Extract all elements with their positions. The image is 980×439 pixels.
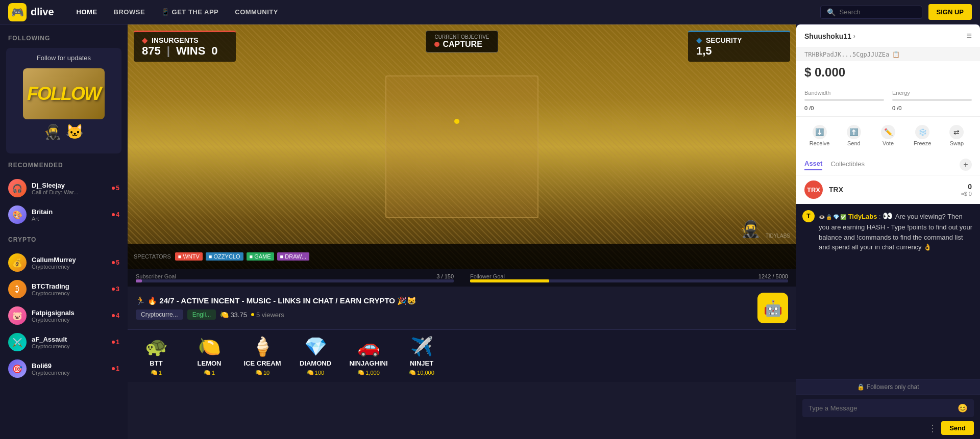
asset-tab[interactable]: Asset xyxy=(804,160,822,170)
stream-title: 🏃 🔥 24/7 - ACTIVE INCENT - MUSIC - LINKS… xyxy=(136,296,416,305)
stream-item-britain[interactable]: 🎨 Britain Art 4 xyxy=(0,201,128,228)
energy-label: Energy xyxy=(892,90,910,96)
nav-getapp[interactable]: 📱 GET THE APP xyxy=(155,4,225,20)
search-bar[interactable]: 🔍 xyxy=(820,6,922,19)
signup-button[interactable]: SIGN UP xyxy=(928,4,972,20)
stream-item-boli[interactable]: 🎯 Boli69 Cryptocurrency 1 xyxy=(0,355,128,382)
icecream-icon: 🍦 xyxy=(251,336,274,357)
freeze-button[interactable]: ❄️ Freeze xyxy=(908,121,938,150)
stream-viewers-btc: 3 xyxy=(112,286,119,293)
live-dot-boli xyxy=(112,367,115,370)
gift-btt[interactable]: 🐢 BTT 🍋 1 xyxy=(136,336,177,376)
stream-item-btc[interactable]: ₿ BTCTrading Cryptocurrency 3 xyxy=(0,276,128,302)
chat-actions-row: ⋮ Send xyxy=(802,417,974,435)
bandwidth-track xyxy=(804,99,884,101)
lemon-icon: 🍋 xyxy=(220,311,229,319)
stream-game-assault: Cryptocurrency xyxy=(32,343,107,349)
stream-avatar-dj: 🎧 xyxy=(8,179,27,197)
left-sidebar: Following Follow for updates FOLLOW 🥷 🐱 … xyxy=(0,24,128,439)
gift-lemon[interactable]: 🍋 LEMON 🍋 1 xyxy=(189,336,230,376)
stream-viewers-britain: 4 xyxy=(112,211,119,218)
gift-diamond[interactable]: 💎 DIAMOND 🍋 100 xyxy=(295,336,336,376)
stream-game-callum: Cryptocurrency xyxy=(32,264,107,270)
stream-item-assault[interactable]: ⚔️ aF_Assault Cryptocurrency 1 xyxy=(0,329,128,355)
nav-community[interactable]: COMMUNITY xyxy=(229,4,284,20)
copy-address-icon[interactable]: 📋 xyxy=(892,51,900,58)
wallet-menu-icon[interactable]: ≡ xyxy=(966,31,972,41)
ninjet-cost-icon: 🍋 xyxy=(409,369,416,376)
trx-value: 0 xyxy=(961,183,972,191)
search-input[interactable] xyxy=(840,8,916,16)
stream-info-callum: CallumMurrey Cryptocurrency xyxy=(32,256,107,270)
followers-only-text: Followers only chat xyxy=(867,383,919,391)
nav-browse[interactable]: BROWSE xyxy=(108,4,152,20)
follower-goal-track xyxy=(470,279,788,282)
live-dot-britain xyxy=(112,213,115,216)
diamond-cost-icon: 🍋 xyxy=(307,369,314,376)
add-asset-button[interactable]: + xyxy=(960,159,972,171)
send-button[interactable]: ⬆️ Send xyxy=(839,121,869,150)
energy-value: 0 /0 xyxy=(892,105,901,111)
vote-label: Vote xyxy=(883,140,894,146)
stream-name-dj: Dj_Sleejay xyxy=(32,182,107,189)
progress-bars: Subscriber Goal 3 / 150 Follower Goal xyxy=(128,269,796,287)
follow-updates-image: FOLLOW 🥷 🐱 xyxy=(18,66,110,147)
vote-button[interactable]: ✏️ Vote xyxy=(873,121,903,150)
gift-ninjaghini[interactable]: 🚗 NINJAGHINI 🍋 1,000 xyxy=(348,336,389,376)
subscriber-goal-label: Subscriber Goal xyxy=(136,273,176,279)
trx-usd-value: ≈$ 0 xyxy=(961,191,972,197)
follower-goal-label: Follower Goal xyxy=(470,273,505,279)
crypto-section: 💰 CallumMurrey Cryptocurrency 5 ₿ BTCTra… xyxy=(0,245,128,386)
gift-icecream[interactable]: 🍦 ICE CREAM 🍋 10 xyxy=(242,336,283,376)
swap-button[interactable]: ⇄ Swap xyxy=(942,121,972,150)
emoji-picker-button[interactable]: 😊 xyxy=(958,403,968,413)
main-layout: Following Follow for updates FOLLOW 🥷 🐱 … xyxy=(0,24,980,439)
stream-item-dj[interactable]: 🎧 Dj_Sleejay Call of Duty: War... 5 xyxy=(0,175,128,201)
chat-content: 👁️ 🔒 💎 ✅ TidyLabs : 👀 Are you viewing? T… xyxy=(819,210,974,252)
stream-title-area: 🏃 🔥 24/7 - ACTIVE INCENT - MUSIC - LINKS… xyxy=(136,296,416,320)
ninjaghini-cost: 🍋 1,000 xyxy=(357,369,380,376)
receive-button[interactable]: ⬇️ Receive xyxy=(804,121,835,150)
video-area[interactable]: ◆ INSURGENTS 875 | WINS 0 xyxy=(128,24,796,269)
stream-viewers-dj: 5 xyxy=(112,185,119,192)
stream-game-dj: Call of Duty: War... xyxy=(32,189,107,195)
right-content: ◆ INSURGENTS 875 | WINS 0 xyxy=(128,24,980,439)
chat-message-input[interactable] xyxy=(808,404,953,412)
wallet-chevron-icon: › xyxy=(853,33,855,40)
category-tag[interactable]: Cryptocurre... xyxy=(136,309,183,320)
stream-avatar-assault: ⚔️ xyxy=(8,333,27,351)
collectibles-tab[interactable]: Collectibles xyxy=(830,160,864,170)
chat-more-options[interactable]: ⋮ xyxy=(928,423,937,434)
stream-info-assault: aF_Assault Cryptocurrency xyxy=(32,335,107,349)
nav-home[interactable]: HOME xyxy=(70,4,104,20)
diamond-cost: 🍋 100 xyxy=(307,369,324,376)
follower-goal: Follower Goal 1242 / 5000 xyxy=(462,269,796,287)
follower-goal-values: 1242 / 5000 xyxy=(758,273,788,279)
send-message-button[interactable]: Send xyxy=(941,421,974,435)
energy-track xyxy=(892,99,972,101)
vote-icon: ✏️ xyxy=(881,125,895,139)
energy-resource: Energy 0 /0 xyxy=(892,88,972,112)
logo[interactable]: 🎮 dlive xyxy=(8,3,54,21)
follow-updates-card: Follow for updates FOLLOW 🥷 🐱 xyxy=(6,48,121,153)
trx-asset: TRX TRX 0 ≈$ 0 xyxy=(796,175,980,204)
stream-name-assault: aF_Assault xyxy=(32,335,107,343)
chat-input-row[interactable]: 😊 xyxy=(802,399,974,417)
right-sidebar: Shuushoku11 › ≡ TRHBkPadJK...5CgpJJUZEa … xyxy=(796,24,980,439)
wallet-address-bar: TRHBkPadJK...5CgpJJUZEa 📋 xyxy=(796,48,980,61)
live-dot-fatpig xyxy=(112,314,115,317)
stream-info-bar: 🏃 🔥 24/7 - ACTIVE INCENT - MUSIC - LINKS… xyxy=(128,287,796,330)
stream-viewers-fatpig: 4 xyxy=(112,312,119,319)
phone-icon: 📱 xyxy=(161,8,170,16)
video-player[interactable]: ◆ INSURGENTS 875 | WINS 0 xyxy=(128,24,796,269)
wallet-username: Shuushoku11 › xyxy=(804,32,855,40)
diamond-icon: 💎 xyxy=(304,336,327,357)
lemon-cost: 🍋 1 xyxy=(204,369,215,376)
stream-item-fatpig[interactable]: 🐷 Fatpigsignals Cryptocurrency 4 xyxy=(0,302,128,329)
live-dot-assault xyxy=(112,341,115,344)
wallet-address-text: TRHBkPadJK...5CgpJJUZEa xyxy=(804,51,889,58)
gift-ninjet[interactable]: ✈️ NINJET 🍋 10,000 xyxy=(401,336,442,376)
search-icon: 🔍 xyxy=(827,8,836,16)
stream-item-callum[interactable]: 💰 CallumMurrey Cryptocurrency 5 xyxy=(0,249,128,276)
language-tag[interactable]: Engli... xyxy=(187,309,216,320)
